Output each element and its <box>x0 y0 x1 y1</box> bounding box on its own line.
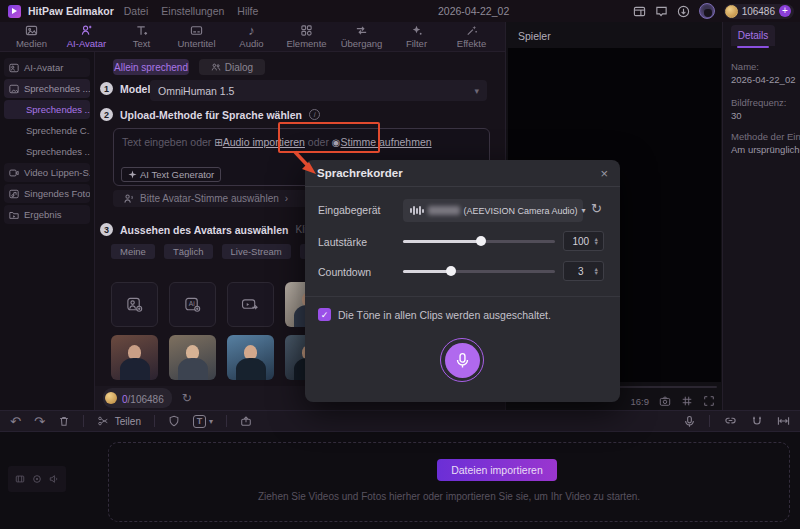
credits-pill[interactable]: 106486 + <box>724 4 794 19</box>
video-avatar-card[interactable] <box>227 282 274 327</box>
link-icon[interactable] <box>724 415 737 427</box>
info-icon[interactable]: i <box>309 109 320 120</box>
refresh-icon[interactable]: ↻ <box>182 392 192 404</box>
volume-slider[interactable] <box>403 235 555 246</box>
tab-allein-sprechend[interactable]: Allein sprechend <box>113 59 189 75</box>
annotation-arrow <box>290 150 320 178</box>
sidebar-item-sprechendes-group[interactable]: Sprechendes ... ▲ <box>4 79 90 98</box>
audio-icon: ♪ <box>248 24 255 37</box>
category-meine[interactable]: Meine <box>111 244 155 259</box>
chevron-down-icon: ▾ <box>582 206 586 215</box>
layout-icon[interactable] <box>633 5 646 18</box>
avatar-thumb-man-podium[interactable] <box>227 335 274 380</box>
close-icon[interactable]: × <box>600 166 608 181</box>
detail-framerate-value: 30 <box>731 109 786 122</box>
redo-icon[interactable]: ↷ <box>34 415 45 428</box>
input-device-select[interactable]: (AEEVISION Camera Audio) ▾ <box>403 199 583 222</box>
app-title: HitPaw Edimakor <box>28 5 114 17</box>
tab-ai-avatar[interactable]: AI-Avatar <box>61 24 112 49</box>
sidebar-subitem-sprechendes-2[interactable]: Sprechendes ... <box>4 142 90 161</box>
menu-hilfe[interactable]: Hilfe <box>237 5 258 17</box>
sidebar-subitem-sprechende-c[interactable]: Sprechende C... <box>4 121 90 140</box>
person-add-icon <box>126 296 143 313</box>
transition-icon <box>355 24 368 37</box>
category-livestream[interactable]: Live-Stream <box>222 244 291 259</box>
feedback-icon[interactable] <box>655 5 668 18</box>
track-film-icon[interactable] <box>15 474 25 484</box>
input-device-label: Eingabegerät <box>318 204 380 216</box>
user-avatar[interactable] <box>699 3 715 19</box>
track-hide-icon[interactable] <box>32 474 42 484</box>
tab-untertitel[interactable]: Untertitel <box>171 24 222 49</box>
grid-icon[interactable] <box>681 395 693 407</box>
download-icon[interactable] <box>677 5 690 18</box>
export-clip-icon[interactable] <box>240 415 252 427</box>
sidebar-item-ergebnis[interactable]: Ergebnis <box>4 205 90 224</box>
sidebar-item-ai-avatar[interactable]: AI-Avatar <box>4 58 90 77</box>
sparkle-icon <box>128 170 137 179</box>
snapshot-icon[interactable] <box>659 395 671 407</box>
countdown-slider[interactable] <box>403 265 555 276</box>
volume-label: Lautstärke <box>318 236 367 248</box>
magnet-icon[interactable] <box>751 415 763 427</box>
app-logo-icon <box>8 5 21 18</box>
model-row: 1 Modell <box>100 82 153 95</box>
talking-photo-icon <box>9 84 19 94</box>
upload-method-label: Upload-Methode für Sprache wählen <box>120 109 302 121</box>
mute-clips-row: ✓ Die Töne in allen Clips werden ausgesc… <box>318 308 551 321</box>
mute-checkbox[interactable]: ✓ <box>318 308 331 321</box>
add-credits-button[interactable]: + <box>779 5 791 17</box>
split-icon[interactable] <box>97 415 109 427</box>
menu-einstellungen[interactable]: Einstellungen <box>161 5 224 17</box>
marker-icon[interactable] <box>168 415 180 427</box>
details-panel: Details Name: 2026-04-22_02 Bildfrequenz… <box>722 22 800 410</box>
step1-number: 1 <box>100 82 113 95</box>
tab-medien[interactable]: Medien <box>6 24 57 49</box>
sidebar-item-singendes-foto[interactable]: Singendes Foto <box>4 184 90 203</box>
track-mute-icon[interactable] <box>49 474 59 484</box>
menu-datei[interactable]: Datei <box>124 5 149 17</box>
import-files-button[interactable]: Dateien importieren <box>437 459 557 481</box>
countdown-label: Countdown <box>318 266 371 278</box>
category-taeglich[interactable]: Täglich <box>164 244 213 259</box>
tab-details[interactable]: Details <box>731 25 775 46</box>
ai-generate-avatar-card[interactable]: Ai <box>169 282 216 327</box>
aspect-ratio-select[interactable]: 16:9 <box>631 396 650 407</box>
sidebar-item-video-lippen[interactable]: Video Lippen-S... <box>4 163 90 182</box>
detail-name-value: 2026-04-22_02 <box>731 73 795 86</box>
auto-ripple-icon[interactable] <box>777 415 790 427</box>
tab-dialog-mode[interactable]: Dialog <box>199 59 265 75</box>
tab-effekte[interactable]: Effekte <box>446 24 497 49</box>
fullscreen-icon[interactable] <box>703 395 715 407</box>
tab-filter[interactable]: Filter <box>391 24 442 49</box>
refresh-device-icon[interactable]: ↻ <box>591 202 602 215</box>
avatar-thumb-woman-blonde[interactable] <box>169 335 216 380</box>
sidebar-subitem-sprechendes[interactable]: Sprechendes ... <box>4 100 90 119</box>
upload-method-row: 2 Upload-Methode für Sprache wählen i <box>100 108 320 121</box>
import-audio-icon: ⊞ <box>214 137 222 148</box>
mic-icon[interactable] <box>684 415 695 428</box>
tab-elemente[interactable]: Elemente <box>281 24 332 49</box>
media-drop-zone[interactable] <box>108 442 790 522</box>
volume-value-box[interactable]: 100 ▲▼ <box>563 231 604 251</box>
tab-uebergang[interactable]: Übergang <box>336 24 387 49</box>
ai-text-generator-button[interactable]: AI Text Generator <box>121 167 221 182</box>
add-custom-avatar-card[interactable] <box>111 282 158 327</box>
countdown-steppers[interactable]: ▲▼ <box>594 267 599 276</box>
tab-audio[interactable]: ♪ Audio <box>226 24 277 49</box>
split-label[interactable]: Teilen <box>115 416 141 427</box>
countdown-value-box[interactable]: 3 ▲▼ <box>563 261 604 281</box>
voice-recorder-dialog: Sprachrekorder × Eingabegerät (AEEVISION… <box>305 160 620 402</box>
coin-icon <box>725 5 738 18</box>
undo-icon[interactable]: ↶ <box>10 415 21 428</box>
record-button[interactable] <box>440 338 484 382</box>
volume-value: 100 <box>568 236 594 247</box>
tab-text[interactable]: Text <box>116 24 167 49</box>
ai-add-icon: Ai <box>184 296 201 313</box>
model-select[interactable]: OmniHuman 1.5 ▾ <box>150 80 487 101</box>
text-tool-button[interactable]: T ▾ <box>193 415 213 428</box>
avatar-thumb-woman-dark[interactable] <box>111 335 158 380</box>
volume-steppers[interactable]: ▲▼ <box>594 237 599 246</box>
subtitle-icon <box>190 24 203 37</box>
delete-icon[interactable] <box>58 415 70 427</box>
